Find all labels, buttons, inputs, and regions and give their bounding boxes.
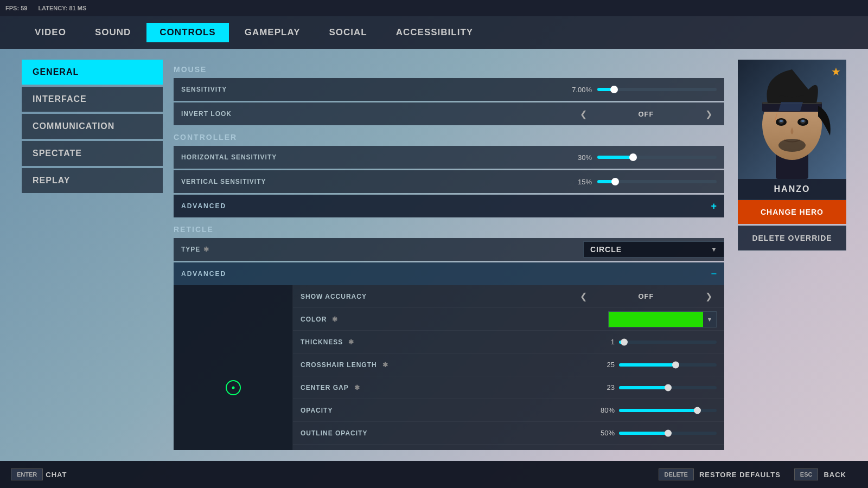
invert-look-prev-arrow[interactable]: ❮ xyxy=(576,109,591,119)
outline-opacity-thumb[interactable] xyxy=(665,429,672,436)
outline-opacity-control: 50% xyxy=(576,429,717,437)
restore-defaults-button[interactable]: RESTORE DEFAULTS xyxy=(699,471,781,479)
svg-point-10 xyxy=(801,120,805,122)
center-gap-control: 23 xyxy=(576,383,717,391)
thickness-star: ✱ xyxy=(348,338,354,346)
crosshair-length-slider[interactable] xyxy=(619,363,717,367)
delete-key-badge: DELETE xyxy=(659,468,694,480)
sidebar-item-communication[interactable]: COMMUNICATION xyxy=(22,114,163,139)
show-accuracy-toggle[interactable]: ❮ OFF ❯ xyxy=(576,291,717,301)
tab-sound[interactable]: SOUND xyxy=(82,23,144,42)
reticle-section-title: RETICLE xyxy=(174,225,724,234)
status-bar: FPS: 59 LATENCY: 81 MS xyxy=(0,0,868,16)
sidebar-item-general[interactable]: GENERAL xyxy=(22,60,163,85)
crosshair-length-control: 25 xyxy=(576,361,717,369)
show-accuracy-next[interactable]: ❯ xyxy=(701,291,717,301)
invert-look-next-arrow[interactable]: ❯ xyxy=(701,109,717,119)
thickness-label: THICKNESS ✱ xyxy=(301,338,576,346)
settings-panel[interactable]: MOUSE SENSITIVITY 7.00% INVERT LOOK ❮ OF… xyxy=(174,60,727,450)
opacity-thumb[interactable] xyxy=(694,407,701,414)
bottom-bar: ENTER CHAT DELETE RESTORE DEFAULTS ESC B… xyxy=(0,461,868,488)
invert-look-toggle[interactable]: ❮ OFF ❯ xyxy=(576,109,717,119)
svg-point-11 xyxy=(778,139,806,152)
thickness-control: 1 xyxy=(576,338,717,346)
hero-portrait-art xyxy=(738,60,846,179)
v-sensitivity-row: VERTICAL SENSITIVITY 15% xyxy=(174,170,724,193)
center-gap-slider[interactable] xyxy=(619,386,717,389)
reticle-advanced-header[interactable]: ADVANCED − xyxy=(174,262,724,285)
color-star: ✱ xyxy=(332,316,338,323)
mouse-section-title: MOUSE xyxy=(174,65,724,74)
back-button[interactable]: BACK xyxy=(824,471,846,479)
sensitivity-value: 7.00% xyxy=(559,86,592,94)
reticle-circle-preview xyxy=(226,380,241,395)
dot-size-row: DOT SIZE 6 xyxy=(293,445,724,450)
show-accuracy-label: SHOW ACCURACY xyxy=(301,293,576,300)
tab-accessibility[interactable]: ACCESSIBILITY xyxy=(383,23,486,42)
nav-tabs: VIDEO SOUND CONTROLS GAMEPLAY SOCIAL ACC… xyxy=(0,16,868,49)
color-dropdown[interactable]: ▼ xyxy=(608,311,717,328)
reticle-advanced-toggle-icon: − xyxy=(711,268,717,280)
chat-label[interactable]: CHAT xyxy=(46,471,67,479)
esc-key-badge: ESC xyxy=(794,468,819,480)
opacity-label: OPACITY xyxy=(301,407,576,414)
color-swatch xyxy=(609,312,703,327)
opacity-slider[interactable] xyxy=(619,409,717,412)
color-control[interactable]: ▼ xyxy=(576,311,717,328)
h-sensitivity-slider[interactable] xyxy=(597,156,717,159)
thickness-slider[interactable] xyxy=(619,341,717,344)
sensitivity-label: SENSITIVITY xyxy=(181,86,559,93)
reticle-preview-area xyxy=(174,285,293,450)
opacity-row: OPACITY 80% xyxy=(293,399,724,422)
controller-section-title: CONTROLLER xyxy=(174,133,724,142)
crosshair-length-thumb[interactable] xyxy=(672,361,679,368)
sidebar-item-replay[interactable]: REPLAY xyxy=(22,168,163,193)
v-sensitivity-slider[interactable] xyxy=(597,180,717,183)
tab-social[interactable]: SOCIAL xyxy=(316,23,380,42)
color-dropdown-arrow: ▼ xyxy=(703,312,716,327)
color-row: COLOR ✱ ▼ xyxy=(293,308,724,331)
reticle-type-label: TYPE ✱ xyxy=(174,246,583,253)
tab-controls[interactable]: CONTROLS xyxy=(146,23,228,42)
reticle-type-dropdown[interactable]: CIRCLE ▼ xyxy=(583,241,724,258)
show-accuracy-control[interactable]: ❮ OFF ❯ xyxy=(576,291,717,301)
svg-point-9 xyxy=(780,120,783,122)
h-sensitivity-value: 30% xyxy=(559,153,592,162)
sensitivity-thumb[interactable] xyxy=(610,86,618,93)
tab-gameplay[interactable]: GAMEPLAY xyxy=(232,23,314,42)
change-hero-button[interactable]: CHANGE HERO xyxy=(738,200,846,224)
crosshair-length-row: CROSSHAIR LENGTH ✱ 25 xyxy=(293,354,724,376)
reticle-advanced-label: ADVANCED xyxy=(181,270,711,278)
h-sensitivity-fill xyxy=(597,156,633,159)
h-sensitivity-thumb[interactable] xyxy=(629,153,637,161)
controller-advanced-header[interactable]: ADVANCED + xyxy=(174,195,724,217)
reticle-type-row: TYPE ✱ CIRCLE ▼ xyxy=(174,238,724,261)
reticle-type-dropdown-control[interactable]: CIRCLE ▼ xyxy=(583,241,724,258)
outline-opacity-value: 50% xyxy=(593,429,615,437)
hero-star-icon: ★ xyxy=(831,65,841,78)
invert-look-value: OFF xyxy=(591,110,701,118)
sidebar-item-interface[interactable]: INTERFACE xyxy=(22,87,163,112)
delete-override-button[interactable]: DELETE OVERRIDE xyxy=(738,226,846,251)
opacity-fill xyxy=(619,409,697,412)
tab-video[interactable]: VIDEO xyxy=(22,23,79,42)
opacity-value: 80% xyxy=(593,406,615,414)
show-accuracy-prev[interactable]: ❮ xyxy=(576,291,591,301)
thickness-thumb[interactable] xyxy=(621,338,628,345)
center-gap-star: ✱ xyxy=(354,384,360,391)
center-gap-label: CENTER GAP ✱ xyxy=(301,384,576,391)
enter-key-badge: ENTER xyxy=(11,468,43,480)
hero-panel: ★ HANZO CHANGE HERO DELETE OVERRIDE xyxy=(738,60,846,450)
hero-name: HANZO xyxy=(738,179,846,200)
v-sensitivity-thumb[interactable] xyxy=(611,178,619,185)
invert-look-row: INVERT LOOK ❮ OFF ❯ xyxy=(174,102,724,125)
reticle-dot-preview xyxy=(232,387,234,389)
sidebar-item-spectate[interactable]: SPECTATE xyxy=(22,141,163,166)
color-label: COLOR ✱ xyxy=(301,316,576,323)
outline-opacity-slider[interactable] xyxy=(619,432,717,435)
center-gap-thumb[interactable] xyxy=(665,384,672,391)
reticle-type-star: ✱ xyxy=(203,246,209,253)
sensitivity-slider[interactable] xyxy=(597,88,717,91)
outline-opacity-fill xyxy=(619,432,668,435)
crosshair-length-star: ✱ xyxy=(382,361,388,369)
